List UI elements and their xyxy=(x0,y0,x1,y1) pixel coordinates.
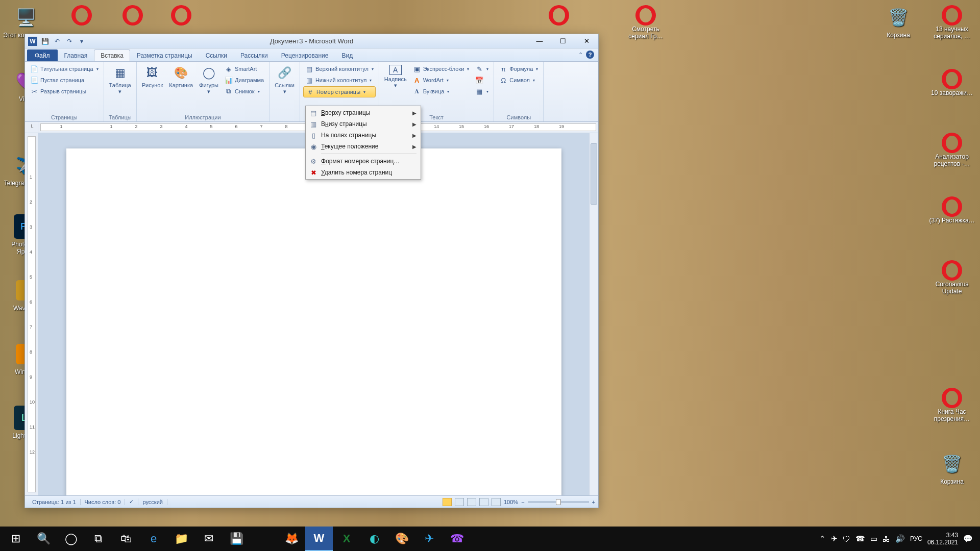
tray-network-icon[interactable]: 🖧 xyxy=(883,535,890,543)
status-proofing-icon[interactable]: ✓ xyxy=(125,498,138,505)
tb-store-icon[interactable]: 🛍 xyxy=(112,527,140,551)
tray-telegram-icon[interactable]: ✈ xyxy=(831,534,838,543)
word-icon[interactable]: W xyxy=(28,37,37,46)
table-button[interactable]: ▦Таблица▾ xyxy=(107,64,133,96)
tb-ie-icon[interactable]: e xyxy=(140,527,167,551)
tab-home[interactable]: Главная xyxy=(58,49,94,61)
footer-button[interactable]: ▥Нижний колонтитул▾ xyxy=(303,75,376,85)
help-icon[interactable]: ? xyxy=(586,51,594,59)
desktop-icon-opera-1[interactable] xyxy=(59,5,105,26)
view-print-layout-button[interactable] xyxy=(443,498,452,506)
desktop-icon-analyzer[interactable]: Анализатор рецептов -… xyxy=(929,133,975,168)
tray-chevron-icon[interactable]: ⌃ xyxy=(819,534,826,543)
dropdown-page-margins[interactable]: ▯ На полях страницы ▶ xyxy=(307,130,420,141)
tb-app-icon[interactable]: 💾 xyxy=(223,527,250,551)
redo-icon[interactable]: ↷ xyxy=(65,37,74,46)
desktop-icon-opera-4[interactable] xyxy=(536,5,582,26)
desktop-icon-opera-3[interactable] xyxy=(158,5,204,26)
clipart-button[interactable]: 🎨Картинка xyxy=(167,64,195,89)
chart-button[interactable]: 📊Диаграмма xyxy=(223,75,266,85)
page-number-button[interactable]: #Номер страницы▾ xyxy=(303,86,376,97)
symbol-button[interactable]: ΩСимвол▾ xyxy=(497,75,540,85)
taskview-button[interactable]: ⧉ xyxy=(85,527,112,551)
tray-defender-icon[interactable]: 🛡 xyxy=(843,535,850,543)
tab-insert[interactable]: Вставка xyxy=(94,49,130,61)
page-container[interactable] xyxy=(38,133,589,495)
equation-button[interactable]: πФормула▾ xyxy=(497,64,540,74)
tray-language[interactable]: РУС xyxy=(910,535,922,542)
blank-page-button[interactable]: 📃Пустая страница xyxy=(28,75,101,85)
desktop-icon-37[interactable]: (37) Растяжка… xyxy=(929,196,975,224)
quickparts-button[interactable]: ▣Экспресс-блоки▾ xyxy=(411,64,472,74)
view-web-button[interactable] xyxy=(467,498,476,506)
zoom-slider[interactable] xyxy=(528,501,589,503)
dropcap-button[interactable]: 𝐀Буквица▾ xyxy=(411,86,472,96)
titlebar[interactable]: W 💾 ↶ ↷ ▾ Документ3 - Microsoft Word — ☐… xyxy=(25,34,598,48)
undo-icon[interactable]: ↶ xyxy=(53,37,62,46)
desktop-icon-book[interactable]: Книга Час презрения… xyxy=(929,388,975,423)
desktop-icon-coronavirus[interactable]: Coronavirus Update xyxy=(929,260,975,295)
wordart-button[interactable]: AWordArt▾ xyxy=(411,75,472,85)
scrollbar-vertical[interactable] xyxy=(589,133,598,495)
zoom-in-button[interactable]: + xyxy=(592,499,595,505)
tab-mailings[interactable]: Рассылки xyxy=(234,49,275,61)
view-draft-button[interactable] xyxy=(492,498,501,506)
desktop-icon-opera-watch[interactable]: Смотреть сериал Гр… xyxy=(623,5,669,40)
textbox-button[interactable]: AНадпись▾ xyxy=(382,64,409,90)
cover-page-button[interactable]: 📄Титульная страница▾ xyxy=(28,64,101,74)
tb-explorer-icon[interactable]: 📁 xyxy=(167,527,195,551)
tb-firefox-icon[interactable]: 🦊 xyxy=(278,527,305,551)
minimize-button[interactable]: — xyxy=(528,35,551,47)
dropdown-top-of-page[interactable]: ▤ Вверху страницы ▶ xyxy=(307,107,420,118)
zoom-percent[interactable]: 100% xyxy=(504,499,518,505)
zoom-out-button[interactable]: − xyxy=(521,499,524,505)
tb-paint-icon[interactable]: 🎨 xyxy=(388,527,415,551)
tray-clock[interactable]: 3:43 06.12.2021 xyxy=(927,532,958,546)
start-button[interactable]: ⊞ xyxy=(2,527,30,551)
close-button[interactable]: ✕ xyxy=(575,35,598,47)
desktop-icon-10-zavor[interactable]: 10 заворажи… xyxy=(929,69,975,96)
tb-opera-icon[interactable] xyxy=(250,527,278,551)
desktop-icon-recycle2[interactable]: 🗑️ Корзина xyxy=(929,452,975,485)
zoom-handle[interactable] xyxy=(556,499,561,505)
dropdown-bottom-of-page[interactable]: ▥ Внизу страницы ▶ xyxy=(307,118,420,130)
qat-more-icon[interactable]: ▾ xyxy=(77,37,86,46)
tray-notifications-icon[interactable]: 💬 xyxy=(963,534,973,543)
tb-viber-icon[interactable]: ☎ xyxy=(443,527,471,551)
scroll-thumb[interactable] xyxy=(591,143,597,205)
view-fullscreen-button[interactable] xyxy=(455,498,464,506)
tray-viber-icon[interactable]: ☎ xyxy=(855,534,865,543)
status-page[interactable]: Страница: 1 из 1 xyxy=(28,499,81,505)
view-outline-button[interactable] xyxy=(479,498,488,506)
ruler-corner[interactable]: └ xyxy=(25,122,38,133)
tab-view[interactable]: Вид xyxy=(335,49,359,61)
shapes-button[interactable]: ◯Фигуры▾ xyxy=(197,64,220,96)
tab-review[interactable]: Рецензирование xyxy=(275,49,335,61)
datetime-button[interactable]: 📅 xyxy=(473,75,491,85)
dropdown-remove-numbers[interactable]: ✖ Удалить номера страниц xyxy=(307,167,420,178)
screenshot-button[interactable]: ⧉Снимок▾ xyxy=(223,86,266,96)
document-page[interactable] xyxy=(66,148,561,495)
dropdown-format-numbers[interactable]: ⚙ Формат номеров страниц… xyxy=(307,156,420,167)
save-icon[interactable]: 💾 xyxy=(40,37,50,46)
ruler-vertical[interactable]: 123456789101112 xyxy=(25,133,38,495)
maximize-button[interactable]: ☐ xyxy=(551,35,575,47)
tb-excel-icon[interactable]: X xyxy=(333,527,360,551)
header-button[interactable]: ▤Верхний колонтитул▾ xyxy=(303,64,376,74)
status-words[interactable]: Число слов: 0 xyxy=(81,499,126,505)
tb-mail-icon[interactable]: ✉ xyxy=(195,527,223,551)
desktop-icon-opera-2[interactable] xyxy=(110,5,156,26)
tb-word-icon[interactable]: W xyxy=(305,527,333,551)
object-button[interactable]: ▦▾ xyxy=(473,86,491,96)
signature-button[interactable]: ✎▾ xyxy=(473,64,491,74)
page-break-button[interactable]: ✂Разрыв страницы xyxy=(28,86,101,96)
tray-volume-icon[interactable]: 🔊 xyxy=(895,534,905,543)
tab-file[interactable]: Файл xyxy=(27,49,58,61)
tb-telegram-icon[interactable]: ✈ xyxy=(415,527,443,551)
smartart-button[interactable]: ◈SmartArt xyxy=(223,64,266,74)
tab-references[interactable]: Ссылки xyxy=(199,49,234,61)
desktop-icon-13-serials[interactable]: 13 научных сериалов, … xyxy=(929,5,975,40)
status-language[interactable]: русский xyxy=(138,499,167,505)
cortana-button[interactable]: ◯ xyxy=(57,527,85,551)
tab-layout[interactable]: Разметка страницы xyxy=(130,49,199,61)
